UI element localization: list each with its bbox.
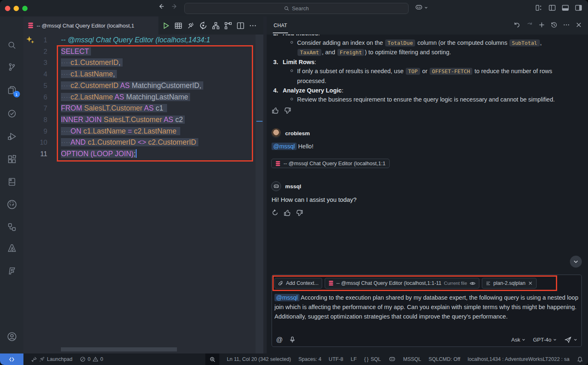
sqlcmd-item[interactable]: SQLCMD: Off [429,356,460,362]
language-label: SQL [371,356,381,362]
fabric-icon[interactable] [7,265,17,276]
copilot-menu[interactable] [415,4,428,11]
explorer-badge: 1 [13,91,20,97]
actual-plan-icon[interactable] [224,22,232,30]
copilot-status-icon[interactable] [388,356,396,363]
model-label: GPT-4o [533,337,551,343]
mode-dropdown[interactable]: Ask [511,337,526,343]
chat-panel: CHAT 2.Add Indexes:Consider adding an in… [267,16,588,353]
estimated-plan-icon[interactable] [212,22,220,30]
chat-more-icon[interactable] [563,21,570,28]
connection-item[interactable]: localhost,1434 : AdventureWorksLT2022 : … [467,356,569,362]
launchpad-label: Launchpad [47,356,72,362]
run-query-icon[interactable] [162,22,170,30]
command-center-search[interactable]: Search [184,3,409,14]
annotation-box-code [57,45,253,162]
zoom-indicator[interactable] [205,353,219,365]
chevron-down-icon [522,338,525,342]
problems-item[interactable]: 0 0 [80,356,103,362]
split-editor-icon[interactable] [237,22,244,30]
editor-tab-title: -- @mssql Chat Query Editor (localhost,1 [37,23,134,29]
connect-icon[interactable] [187,22,195,30]
microphone-icon[interactable] [289,336,295,343]
redo-icon[interactable] [526,21,533,28]
explorer-icon[interactable]: 1 [7,85,17,95]
database-icon [275,161,281,166]
results-grid-icon[interactable] [174,22,182,30]
azure-icon[interactable] [7,243,17,254]
nav-back-icon[interactable] [158,3,165,10]
chat-input-text[interactable]: @mssql According to the execution plan s… [274,293,581,321]
assistant-name: mssql [285,183,301,189]
accounts-icon[interactable] [7,331,17,342]
chevron-down-icon [553,338,557,342]
editor-tab[interactable]: -- @mssql Chat Query Editor (localhost,1 [23,16,158,35]
source-control-icon[interactable] [7,62,17,72]
traffic-lights [5,6,28,11]
toggle-primary-sidebar-icon[interactable] [548,4,556,12]
remote-indicator[interactable] [0,353,23,365]
plug-icon [39,356,45,362]
retry-icon[interactable] [272,209,279,217]
more-actions-icon[interactable] [249,22,257,30]
encoding-item[interactable]: UTF-8 [329,356,343,362]
assistant-message-header: mssql [271,181,301,191]
assistant-markdown-list: 2.Add Indexes:Consider adding an index o… [273,35,581,104]
notifications-bell-icon[interactable] [577,356,583,363]
maximize-window-button[interactable] [22,6,28,11]
editor-pane[interactable]: 1-- @mssql Chat Query Editor (localhost,… [23,35,263,353]
chat-tab[interactable]: CHAT [273,18,288,33]
chat-history-icon[interactable] [551,21,558,28]
customize-layout-icon[interactable] [535,4,543,12]
code-line: 1-- @mssql Chat Query Editor (localhost,… [23,35,263,46]
chat-input-controls: @ Ask GPT-4o [272,336,581,344]
minimize-window-button[interactable] [14,6,19,11]
scroll-to-bottom-button[interactable] [570,256,582,268]
toggle-panel-icon[interactable] [562,4,569,12]
tools-icon [31,356,37,363]
thumbs-down-icon[interactable] [284,107,291,114]
database-file-icon [28,22,34,29]
chat-close-icon[interactable] [575,21,582,28]
thumbs-up-icon[interactable] [284,209,291,217]
search-icon [284,6,289,11]
editor-horizontal-scrollbar[interactable] [61,347,177,351]
notebooks-icon[interactable] [7,177,17,187]
change-connection-icon[interactable] [199,21,207,30]
undo-icon[interactable] [514,21,521,28]
annotation-box-chips [272,275,557,291]
chat-input-container[interactable]: Add Context... -- @mssql Chat Query Edit… [272,275,582,347]
search-sidebar-icon[interactable] [7,40,17,50]
model-dropdown[interactable]: GPT-4o [533,337,557,343]
croblesm-avatar [271,128,281,138]
chat-panel-header: CHAT [267,16,588,35]
send-button[interactable] [564,336,577,344]
mssql-item[interactable]: MSSQL [403,356,421,362]
user-attachment-chip[interactable]: -- @mssql Chat Query Editor (localhost,1… [271,159,390,168]
thumbs-up-icon[interactable] [272,107,279,114]
new-chat-icon[interactable] [538,21,545,28]
github-icon[interactable] [6,199,17,210]
language-item[interactable]: { }SQL [364,356,381,362]
mention-icon[interactable]: @ [276,336,283,344]
close-window-button[interactable] [5,6,10,11]
indentation-item[interactable]: Spaces: 4 [298,356,321,362]
titlebar: Search [0,0,588,16]
connections-icon[interactable] [7,222,17,232]
nav-forward-icon[interactable] [171,3,178,10]
username: croblesm [285,130,310,136]
warnings-icon [93,356,98,362]
cursor-position-item[interactable]: Ln 11, Col 20 (342 selected) [227,356,291,362]
toggle-secondary-sidebar-icon[interactable] [575,4,582,12]
attachment-label: -- @mssql Chat Query Editor (localhost,1… [284,160,386,166]
errors-count: 0 [88,356,91,362]
chevron-down-icon [424,6,428,9]
run-debug-icon[interactable] [7,131,17,142]
eol-item[interactable]: LF [351,356,357,362]
editor-vertical-scrollbar[interactable] [256,35,263,353]
launchpad-item[interactable]: Launchpad [31,356,72,363]
testing-icon[interactable] [7,109,17,119]
overview-ruler-cursor-marker [256,121,263,122]
extensions-icon[interactable] [7,154,17,164]
thumbs-down-icon[interactable] [296,209,303,217]
